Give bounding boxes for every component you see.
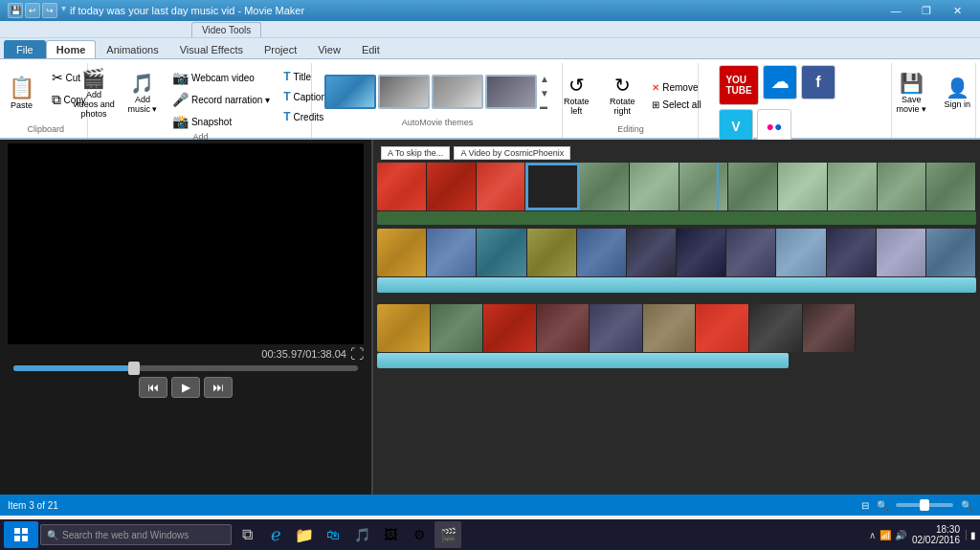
volume-icon[interactable]: 🔊 (895, 530, 906, 540)
t2-frame-9 (776, 229, 826, 276)
preview-progress-bar[interactable] (13, 365, 358, 371)
theme-2[interactable] (378, 75, 430, 109)
rewind-button[interactable]: ⏮ (139, 377, 167, 398)
undo-quick-icon[interactable]: ↩ (25, 3, 40, 18)
system-tray: ∧ 📶 🔊 (869, 530, 906, 540)
t3-frame-4 (537, 304, 590, 352)
add-videos-icon: 🎬 (81, 67, 105, 90)
track-1: A To skip the... A Video by CosmicPhoeni… (373, 143, 980, 225)
taskbar-right: ∧ 📶 🔊 18:30 02/02/2016 ▮ (869, 524, 976, 545)
narration-button[interactable]: 🎤 Record narration ▾ (167, 89, 275, 110)
onedrive-share-button[interactable]: ☁ (763, 65, 797, 99)
rotate-right-button[interactable]: ↻ Rotate right (601, 67, 643, 122)
fullscreen-icon[interactable]: ⛶ (350, 346, 364, 362)
svg-rect-2 (14, 536, 20, 541)
add-music-icon: 🎵 (130, 72, 154, 95)
network-icon[interactable]: 📶 (880, 530, 891, 540)
theme-expand[interactable]: ▬ (539, 101, 550, 112)
video-tools-tab[interactable]: Video Tools (191, 22, 261, 37)
edge-icon[interactable]: ℯ (262, 521, 289, 548)
app7-icon[interactable]: ⚙ (406, 521, 433, 548)
webcam-button[interactable]: 📷 Webcam video (167, 67, 275, 88)
select-all-button[interactable]: ⊞ Select all (647, 97, 706, 113)
vimeo-share-button[interactable]: V (719, 109, 753, 143)
close-button[interactable]: ✕ (942, 0, 972, 21)
zoom-thumb[interactable] (920, 499, 929, 511)
tab-home[interactable]: Home (46, 40, 97, 58)
youtube-share-button[interactable]: YOUTUBE (719, 65, 759, 105)
caption-skip[interactable]: A To skip the... (381, 146, 450, 160)
quick-access-dropdown[interactable]: ▾ (59, 3, 66, 18)
themes-content: ▲ ▼ ▬ (324, 73, 550, 112)
ribbon: 📋 Paste ✂ Cut ⧉ Copy Clipboard 🎬 Add vid… (0, 59, 980, 140)
zoom-slider[interactable] (896, 503, 953, 507)
play-button[interactable]: ▶ (171, 377, 200, 398)
tab-visual-effects[interactable]: Visual Effects (169, 40, 254, 58)
tab-animations[interactable]: Animations (96, 40, 168, 58)
theme-scroll-up[interactable]: ▲ (539, 73, 550, 85)
track-gap (373, 297, 980, 304)
paste-button[interactable]: 📋 Paste (1, 65, 43, 121)
store-icon[interactable]: 🛍 (320, 521, 346, 548)
preview-panel: 00:35.97/01:38.04 ⛶ ⏮ ▶ ⏭ (0, 140, 373, 495)
themes-label: AutoMovie themes (402, 118, 474, 129)
add-videos-button[interactable]: 🎬 Add videos and photos (70, 65, 118, 121)
webcam-icon: 📷 (172, 70, 189, 85)
audio-track-2 (377, 277, 976, 293)
taskbar-search[interactable]: 🔍 Search the web and Windows (40, 524, 232, 545)
paste-icon: 📋 (9, 76, 34, 100)
task-view-button[interactable]: ⧉ (234, 521, 260, 548)
frame-12 (926, 163, 976, 210)
flickr-share-button[interactable]: ●● (757, 109, 791, 143)
minimize-button[interactable]: — (880, 0, 911, 21)
remove-button[interactable]: ✕ Remove (647, 79, 706, 96)
editing-group: ↺ Rotate left ↻ Rotate right ✕ Remove ⊞ … (565, 63, 699, 138)
sign-in-button[interactable]: 👤 Sign in (936, 65, 978, 121)
tab-project[interactable]: Project (254, 40, 307, 58)
clock[interactable]: 18:30 02/02/2016 (912, 524, 960, 545)
moviemaker-taskbar[interactable]: 🎬 (434, 521, 461, 548)
zoom-out-icon[interactable]: 🔍 (877, 500, 888, 511)
theme-4[interactable] (485, 75, 537, 109)
film-track-1[interactable] (377, 163, 976, 210)
tab-file[interactable]: File (4, 40, 46, 58)
playhead (717, 163, 719, 210)
t3-frame-8 (749, 304, 803, 352)
theme-1[interactable] (324, 75, 376, 109)
t2-frame-2 (427, 229, 477, 276)
narration-icon: 🎤 (172, 92, 189, 107)
preview-progress-thumb[interactable] (128, 362, 140, 375)
t2-frame-12 (926, 229, 976, 276)
app6-icon[interactable]: 🖼 (377, 521, 404, 548)
save-quick-icon[interactable]: 💾 (8, 3, 23, 18)
chevron-up-icon[interactable]: ∧ (869, 530, 876, 540)
theme-3[interactable] (432, 75, 483, 109)
tab-edit[interactable]: Edit (351, 40, 390, 58)
timeline-panel[interactable]: A To skip the... A Video by CosmicPhoeni… (373, 140, 980, 495)
film-track-3[interactable] (377, 304, 856, 352)
start-button[interactable] (4, 521, 38, 548)
t2-frame-4 (527, 229, 577, 276)
tab-view[interactable]: View (307, 40, 351, 58)
app5-icon[interactable]: 🎵 (348, 521, 375, 548)
show-desktop-icon[interactable]: ▮ (966, 530, 976, 540)
caption-cosmic[interactable]: A Video by CosmicPhoenix (454, 146, 570, 160)
zoom-in-icon[interactable]: 🔍 (961, 500, 972, 511)
theme-scroll-down[interactable]: ▼ (539, 87, 550, 99)
maximize-button[interactable]: ❐ (911, 0, 942, 21)
film-track-2[interactable] (377, 229, 976, 276)
explorer-icon[interactable]: 📁 (291, 521, 318, 548)
fast-forward-button[interactable]: ⏭ (204, 377, 233, 398)
frame-8 (728, 163, 778, 210)
main-content: 00:35.97/01:38.04 ⛶ ⏮ ▶ ⏭ A To skip the.… (0, 140, 980, 495)
share-content: YOUTUBE ☁ f V ●● (719, 65, 872, 143)
credits-icon: T (283, 110, 290, 123)
add-music-button[interactable]: 🎵 Add music ▾ (122, 65, 164, 121)
save-movie-button[interactable]: 💾 Save movie ▾ (890, 65, 932, 121)
redo-quick-icon[interactable]: ↪ (42, 3, 57, 18)
t3-frame-1 (377, 304, 431, 352)
facebook-share-button[interactable]: f (801, 65, 835, 99)
snapshot-button[interactable]: 📸 Snapshot (167, 111, 275, 132)
rotate-left-button[interactable]: ↺ Rotate left (555, 67, 597, 122)
fit-icon[interactable]: ⊟ (861, 500, 869, 511)
